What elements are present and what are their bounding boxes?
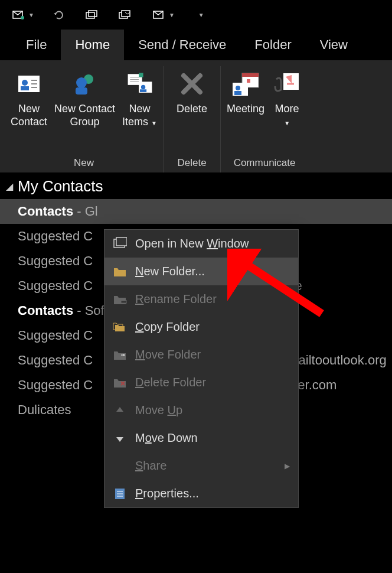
ribbon-group-communicate: Meeting More▼ Communicate <box>221 66 308 172</box>
delete-button[interactable]: Delete <box>166 66 218 116</box>
undo-icon[interactable] <box>52 9 66 21</box>
svg-rect-32 <box>116 237 127 246</box>
ribbon-button-label: NewItems ▼ <box>122 103 157 128</box>
ribbon: NewContact New ContactGroup NewItems ▼ N… <box>0 60 392 172</box>
delete-folder-menu-item: Delete Folder <box>104 369 298 396</box>
delete-icon <box>177 69 207 99</box>
menu-item-label: Share <box>135 459 276 473</box>
ribbon-button-label: New ContactGroup <box>54 103 115 128</box>
copy-folder-menu-item[interactable]: Copy Folder <box>104 313 298 341</box>
ribbon-button-label: NewContact <box>11 103 47 128</box>
tab-file[interactable]: File <box>12 30 61 60</box>
new-folder-menu-item[interactable]: New Folder... <box>104 258 298 285</box>
contact-card-icon <box>14 69 44 99</box>
context-menu: Open in New WindowNew Folder...Rename Fo… <box>104 229 299 508</box>
svg-point-14 <box>76 77 87 88</box>
tab-send-receive[interactable]: Send / Receive <box>124 30 240 60</box>
up-icon <box>113 403 127 418</box>
open-new-window-menu-item[interactable]: Open in New Window <box>104 230 298 258</box>
svg-point-8 <box>22 80 28 86</box>
meeting-icon <box>230 69 261 99</box>
ribbon-group-delete: Delete Delete <box>164 66 221 172</box>
menu-item-label: Rename Folder <box>135 292 290 306</box>
svg-rect-15 <box>76 87 87 95</box>
svg-rect-29 <box>234 91 241 95</box>
dropdown-icon: ▼ <box>169 12 175 18</box>
menu-item-label: New Folder... <box>135 265 290 278</box>
share-menu-item: Share▶ <box>104 452 298 480</box>
ribbon-button-label: Meeting <box>227 103 264 116</box>
tab-home[interactable]: Home <box>61 30 124 60</box>
qat-item[interactable]: ▼ <box>12 9 34 21</box>
window-icon <box>113 237 127 251</box>
move-up-menu-item: Move Up <box>104 396 298 424</box>
move-folder-menu-item: Move Folder <box>104 341 298 369</box>
ribbon-group-label: Communicate <box>234 157 296 172</box>
contact-group-icon <box>70 69 100 99</box>
qat-item[interactable] <box>118 9 135 21</box>
nav-header-label: My Contacts <box>18 177 103 196</box>
quick-access-toolbar: ▼ ▼ ▼ <box>0 0 392 30</box>
down-icon <box>113 431 127 445</box>
nav-header[interactable]: ◢ My Contacts <box>0 174 392 199</box>
menu-item-label: Open in New Window <box>135 237 290 250</box>
ribbon-group-new: NewContact New ContactGroup NewItems ▼ N… <box>5 66 164 172</box>
new-items-button[interactable]: NewItems ▼ <box>119 66 161 128</box>
ribbon-button-label: Delete <box>177 103 207 116</box>
folder-rename-icon <box>113 292 127 307</box>
new-contact-group-button[interactable]: New ContactGroup <box>51 66 119 128</box>
folder-move-icon <box>113 348 127 362</box>
menu-item-label: Delete Folder <box>135 376 290 389</box>
ribbon-group-label: Delete <box>177 157 206 172</box>
properties-menu-item[interactable]: Properties... <box>104 480 298 507</box>
blank-icon <box>113 459 127 473</box>
meeting-button[interactable]: Meeting <box>223 66 268 116</box>
qat-item[interactable] <box>84 9 100 21</box>
svg-point-22 <box>141 85 145 89</box>
nav-item-contacts[interactable]: Contacts - Gl <box>0 199 392 224</box>
ribbon-tabs: File Home Send / Receive Folder View <box>0 30 392 60</box>
tab-folder[interactable]: Folder <box>240 30 305 60</box>
folder-delete-icon <box>113 376 127 390</box>
expand-icon: ◢ <box>6 181 13 192</box>
new-contact-button[interactable]: NewContact <box>7 66 51 128</box>
ribbon-button-label: More▼ <box>275 103 299 128</box>
svg-point-1 <box>21 16 24 19</box>
svg-rect-33 <box>121 301 127 303</box>
props-icon <box>113 487 127 501</box>
svg-rect-25 <box>242 73 259 77</box>
customize-qat-icon[interactable]: ▼ <box>198 12 204 18</box>
ribbon-group-label: New <box>74 157 94 172</box>
svg-rect-3 <box>89 11 97 17</box>
svg-point-28 <box>236 86 240 90</box>
menu-item-label: Copy Folder <box>135 320 290 334</box>
move-down-menu-item[interactable]: Move Down <box>104 424 298 452</box>
folder-copy-icon <box>113 320 127 334</box>
svg-rect-2 <box>86 12 94 18</box>
menu-item-label: Move Down <box>135 431 290 445</box>
svg-rect-9 <box>21 86 29 90</box>
tab-view[interactable]: View <box>306 30 362 60</box>
folder-icon <box>113 265 127 279</box>
dropdown-icon: ▼ <box>28 12 34 18</box>
menu-item-label: Move Folder <box>135 348 290 362</box>
submenu-arrow-icon: ▶ <box>285 462 290 470</box>
svg-rect-26 <box>247 79 250 83</box>
svg-rect-20 <box>139 73 143 77</box>
svg-rect-23 <box>140 89 146 92</box>
rename-folder-menu-item: Rename Folder <box>104 285 298 313</box>
new-items-icon <box>125 69 155 99</box>
more-icon <box>272 69 302 99</box>
menu-item-label: Move Up <box>135 403 290 417</box>
more-button[interactable]: More▼ <box>268 66 306 128</box>
menu-item-label: Properties... <box>135 487 290 500</box>
qat-item[interactable]: ▼ <box>152 9 175 21</box>
